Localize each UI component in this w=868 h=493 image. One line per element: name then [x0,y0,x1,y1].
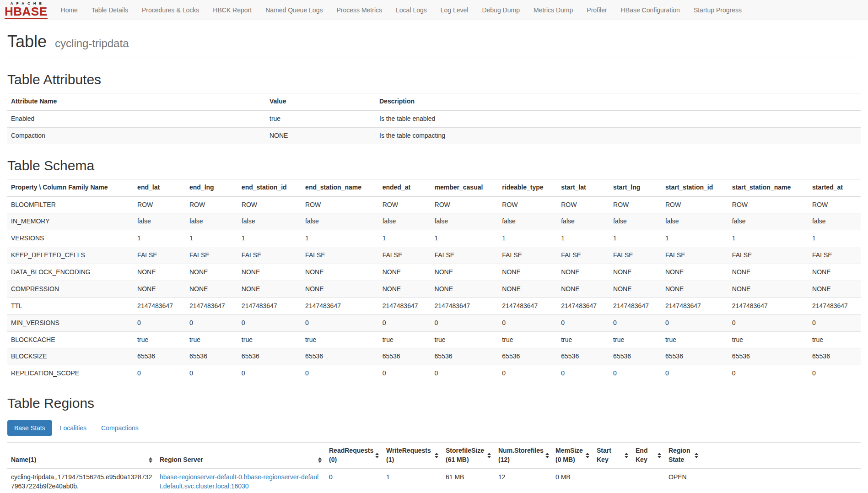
schema-value-cell: true [431,331,499,348]
schema-value-cell: ROW [557,196,609,213]
schema-value-cell: 0 [134,365,186,382]
nav-item-metrics-dump[interactable]: Metrics Dump [527,0,580,20]
schema-value-cell: true [186,331,238,348]
regions-column-header-storefilesize-61-mb[interactable]: StorefileSize (61 MB) [442,443,495,469]
schema-value-cell: 0 [498,365,557,382]
schema-property-cell: MIN_VERSIONS [7,314,134,331]
regions-column-header-end-key[interactable]: End Key [632,443,665,469]
hbase-logo[interactable]: APACHE HBASE [5,0,48,19]
schema-value-cell: false [134,213,186,230]
sort-icon [435,453,438,458]
nav-item-table-details[interactable]: Table Details [85,0,135,20]
schema-value-cell: 1 [557,230,609,247]
nav-item-debug-dump[interactable]: Debug Dump [475,0,527,20]
attributes-column-header-value: Value [266,93,376,110]
schema-value-cell: 0 [609,365,662,382]
column-header-label: Start Key [597,446,623,465]
schema-value-cell: 2147483647 [662,298,728,314]
nav-item-startup-progress[interactable]: Startup Progress [687,0,749,20]
regions-column-header-name-1[interactable]: Name(1) [7,443,156,469]
region-end-key-cell [632,469,665,493]
schema-value-cell: 2147483647 [302,298,379,314]
region-server-link[interactable]: hbase-regionserver-default-0.hbase-regio… [160,473,318,490]
regions-column-header-writerequests-1[interactable]: WriteRequests (1) [383,443,442,469]
schema-value-cell: FALSE [186,247,238,264]
attributes-column-header-description: Description [376,93,861,110]
schema-value-cell: FALSE [302,247,379,264]
schema-value-cell: NONE [431,264,499,281]
schema-value-cell: FALSE [431,247,499,264]
schema-row-compression: COMPRESSIONNONENONENONENONENONENONENONEN… [7,281,861,298]
schema-column-header-end-lat: end_lat [134,179,186,196]
schema-column-header-rideable-type: rideable_type [498,179,557,196]
schema-value-cell: false [379,213,431,230]
nav-item-named-queue-logs[interactable]: Named Queue Logs [259,0,329,20]
schema-value-cell: 65536 [557,348,609,365]
schema-value-cell: ROW [431,196,499,213]
schema-value-cell: NONE [498,264,557,281]
regions-column-header-memsize-0-mb[interactable]: MemSize (0 MB) [552,443,593,469]
schema-value-cell: true [728,331,809,348]
schema-value-cell: ROW [662,196,728,213]
schema-column-header-member-casual: member_casual [431,179,499,196]
schema-column-header-start-lat: start_lat [557,179,609,196]
regions-table-body: cycling-tripdata,,1719475156245.e95d0a13… [7,469,861,493]
regions-column-header-region-server[interactable]: Region Server [156,443,325,469]
schema-column-header-start-lng: start_lng [609,179,662,196]
nav-item-procedures-locks[interactable]: Procedures & Locks [135,0,206,20]
schema-value-cell: NONE [809,281,861,298]
schema-value-cell: 0 [557,365,609,382]
nav-item-hbck-report[interactable]: HBCK Report [206,0,259,20]
nav-item-profiler[interactable]: Profiler [580,0,614,20]
regions-column-header-readrequests-0[interactable]: ReadRequests (0) [325,443,383,469]
schema-value-cell: ROW [728,196,809,213]
regions-column-header-region-state[interactable]: Region State [665,443,702,469]
schema-value-cell: 0 [609,314,662,331]
nav-item-local-logs[interactable]: Local Logs [389,0,434,20]
regions-heading: Table Regions [7,395,861,411]
schema-value-cell: true [134,331,186,348]
attributes-row: CompactionNONEIs the table compacting [7,127,861,144]
schema-property-cell: IN_MEMORY [7,213,134,230]
nav-item-process-metrics[interactable]: Process Metrics [329,0,389,20]
schema-value-cell: true [379,331,431,348]
regions-column-header-num-storefiles-12[interactable]: Num.Storefiles (12) [495,443,552,469]
sort-icon [318,457,322,463]
schema-value-cell: 0 [728,365,809,382]
title-divider [7,58,861,58]
nav-item-home[interactable]: Home [54,0,85,20]
schema-value-cell: ROW [379,196,431,213]
schema-property-cell: VERSIONS [7,230,134,247]
schema-value-cell: NONE [662,281,728,298]
schema-value-cell: ROW [302,196,379,213]
schema-value-cell: NONE [186,281,238,298]
schema-value-cell: FALSE [609,247,662,264]
tab-base-stats[interactable]: Base Stats [7,420,52,436]
schema-value-cell: ROW [809,196,861,213]
schema-row-min-versions: MIN_VERSIONS000000000000 [7,314,861,331]
schema-row-versions: VERSIONS111111111111 [7,230,861,247]
schema-value-cell: 1 [498,230,557,247]
regions-column-header-start-key[interactable]: Start Key [593,443,632,469]
schema-value-cell: 2147483647 [557,298,609,314]
schema-value-cell: 0 [379,314,431,331]
schema-value-cell: false [809,213,861,230]
tab-localities[interactable]: Localities [53,420,93,436]
schema-property-cell: BLOCKCACHE [7,331,134,348]
schema-value-cell: 1 [238,230,302,247]
region-num-storefiles-cell: 12 [495,469,552,493]
region-read-requests-cell: 0 [325,469,383,493]
schema-value-cell: true [498,331,557,348]
nav-item-log-level[interactable]: Log Level [434,0,475,20]
schema-header-row: Property \ Column Family Nameend_latend_… [7,179,861,196]
schema-value-cell: 2147483647 [809,298,861,314]
attributes-heading: Table Attributes [7,72,861,87]
tab-compactions[interactable]: Compactions [94,420,146,436]
page-title-text: Table [7,32,47,51]
schema-value-cell: 1 [662,230,728,247]
schema-value-cell: FALSE [498,247,557,264]
nav-item-hbase-configuration[interactable]: HBase Configuration [614,0,687,20]
region-write-requests-cell: 1 [383,469,442,493]
schema-row-ttl: TTL2147483647214748364721474836472147483… [7,298,861,314]
schema-value-cell: false [557,213,609,230]
